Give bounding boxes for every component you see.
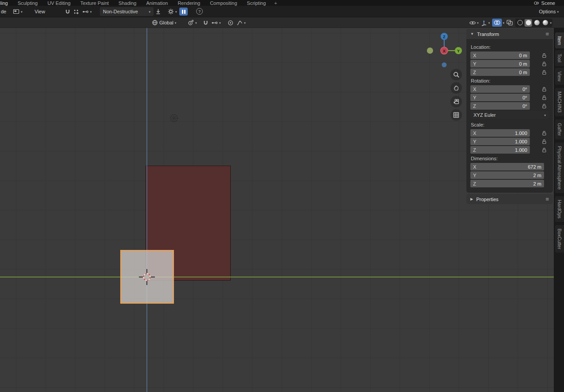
shading-rendered-button[interactable]	[541, 19, 549, 27]
axis-label: X	[473, 53, 476, 58]
gizmos-dropdown[interactable]: ▾	[481, 20, 490, 26]
sidebar-tab-boxcutter[interactable]: BoxCutter	[555, 225, 564, 253]
workspace-tab-uv-editing[interactable]: UV Editing	[43, 0, 75, 6]
wireframe-sphere-icon	[517, 20, 523, 25]
proportional-edit-toggle[interactable]	[228, 17, 233, 28]
lock-icon-location-z[interactable]	[542, 70, 547, 75]
panel-collapsed-icon: ▶	[470, 197, 473, 201]
transform-panel-header[interactable]: ▼ Transform ≡	[466, 29, 553, 39]
orientation-globe-icon	[152, 20, 158, 26]
sidebar-tab-physical-atmosphere[interactable]: Physical Atmosphere	[555, 143, 564, 193]
sidebar-tab-machin3[interactable]: MACHIN3	[555, 88, 564, 116]
rotation-mode-dropdown[interactable]: XYZ Euler ▾	[470, 111, 549, 119]
add-workspace-button[interactable]: +	[271, 0, 280, 6]
shading-wireframe-button[interactable]	[516, 19, 524, 27]
lock-icon-rotation-y[interactable]	[542, 95, 547, 100]
workspace-tab-shading[interactable]: Shading	[114, 0, 141, 6]
lock-icon-location-y[interactable]	[542, 61, 547, 67]
point-light-icon[interactable]	[169, 113, 179, 123]
gear-icon	[168, 8, 174, 15]
ortho-grid-button[interactable]	[450, 109, 462, 121]
lock-icon-scale-x[interactable]	[542, 131, 547, 136]
boolean-mode-dropdown[interactable]: Non-Destructive ▾	[100, 7, 154, 16]
zoom-button[interactable]	[450, 69, 462, 80]
rotation-x-row: X0°	[470, 85, 549, 93]
object-visibility-dropdown[interactable]: ▾	[469, 20, 479, 25]
rotation-y-field[interactable]: Y0°	[470, 94, 530, 101]
gizmo-neg-y-ball[interactable]	[427, 48, 433, 54]
sidebar-tab-item[interactable]: Item	[555, 32, 564, 48]
extract-icon-button[interactable]	[155, 6, 161, 17]
navigation-gizmo[interactable]: Z Y X	[426, 29, 462, 72]
lock-icon-scale-y[interactable]	[542, 139, 547, 144]
panel-menu-icon[interactable]: ≡	[545, 196, 549, 202]
snap-magnet-toggle[interactable]	[203, 17, 209, 28]
workspace-tab-rendering[interactable]: Rendering	[173, 0, 205, 6]
dimensions-x-field[interactable]: X672 m	[470, 163, 544, 170]
sidebar-tab-tool[interactable]: Tool	[555, 50, 564, 66]
rotation-z-row: Z0°	[470, 102, 549, 110]
settings-gear-dropdown[interactable]: ▾	[168, 6, 177, 17]
workspace-tab-animation[interactable]: Animation	[141, 0, 173, 6]
location-z-value: 0 m	[519, 70, 527, 75]
snap-target-dropdown[interactable]: ▾	[82, 6, 92, 17]
axis-label: Y	[473, 61, 476, 67]
properties-panel-header[interactable]: ▶ Properties ≡	[466, 194, 553, 204]
workspace-tab-sculpting[interactable]: Sculpting	[13, 0, 43, 6]
falloff-curve-dropdown[interactable]: ▾	[237, 17, 246, 28]
overlays-toggle-active[interactable]	[492, 19, 502, 27]
viewport-3d[interactable]: Z Y X ▼ Transform ≡	[0, 28, 554, 392]
scale-y-field[interactable]: Y1.000	[470, 138, 530, 145]
chevron-down-icon: ▾	[149, 10, 150, 13]
pivot-point-dropdown[interactable]: ▾	[188, 17, 197, 28]
camera-view-button[interactable]	[450, 96, 462, 107]
transform-orientation-dropdown[interactable]: Global ▾	[152, 17, 176, 28]
lock-icon-scale-z[interactable]	[542, 147, 547, 153]
help-button[interactable]: ?	[196, 8, 203, 15]
pan-button[interactable]	[450, 82, 462, 94]
dimensions-y-row: Y2 m	[470, 171, 549, 179]
location-x-value: 0 m	[519, 53, 527, 58]
snap-increment-icon-button[interactable]	[73, 6, 79, 17]
mode-icon-dropdown[interactable]: ▾	[13, 6, 23, 17]
sidebar-tab-gaffer[interactable]: Gaffer	[555, 119, 564, 139]
workspace-tab-modeling[interactable]: Modeling	[0, 0, 13, 6]
workspace-tab-texture-paint[interactable]: Texture Paint	[75, 0, 114, 6]
scale-x-row: X1.000	[470, 129, 549, 137]
lock-icon-location-x[interactable]	[542, 53, 547, 58]
pause-toggle-button[interactable]	[179, 8, 188, 16]
view-menu[interactable]: View	[35, 6, 45, 17]
rotation-z-field[interactable]: Z0°	[470, 102, 530, 110]
xray-toggle[interactable]	[506, 20, 513, 26]
scale-z-field[interactable]: Z1.000	[470, 146, 530, 154]
lock-icon-rotation-x[interactable]	[542, 87, 547, 92]
location-z-field[interactable]: Z0 m	[470, 68, 530, 76]
axis-label: X	[473, 131, 476, 136]
location-x-row: X0 m	[470, 51, 549, 59]
workspace-tab-compositing[interactable]: Compositing	[205, 0, 242, 6]
scene-selector[interactable]: Scene	[534, 0, 564, 6]
orientation-value: Global	[159, 20, 174, 25]
snap-magnet-icon-button[interactable]	[65, 6, 71, 17]
snap-with-dropdown[interactable]: ▾	[211, 17, 221, 28]
shading-material-button[interactable]	[533, 19, 540, 27]
mode-dropdown-clipped[interactable]: de	[1, 6, 6, 17]
panel-menu-icon[interactable]: ≡	[545, 31, 549, 37]
eye-icon	[469, 20, 476, 25]
rotation-x-value: 0°	[522, 87, 527, 92]
location-x-field[interactable]: X0 m	[470, 51, 530, 59]
overlays-dropdown[interactable]: ▾	[492, 19, 505, 27]
location-y-field[interactable]: Y0 m	[470, 60, 530, 67]
shading-solid-button[interactable]	[525, 19, 532, 27]
scale-x-field[interactable]: X1.000	[470, 129, 530, 137]
sidebar-tab-view[interactable]: View	[555, 68, 564, 85]
options-dropdown[interactable]: Options ▾	[539, 6, 559, 17]
dimensions-z-field[interactable]: Z2 m	[470, 180, 544, 187]
lock-icon-rotation-z[interactable]	[542, 103, 547, 109]
gizmo-neg-z-ball[interactable]	[442, 63, 447, 67]
dimensions-y-field[interactable]: Y2 m	[470, 171, 544, 179]
rendered-sphere-icon	[543, 20, 548, 25]
sidebar-tab-hardops[interactable]: HardOps	[555, 196, 564, 222]
rotation-x-field[interactable]: X0°	[470, 85, 530, 93]
workspace-tab-scripting[interactable]: Scripting	[242, 0, 271, 6]
